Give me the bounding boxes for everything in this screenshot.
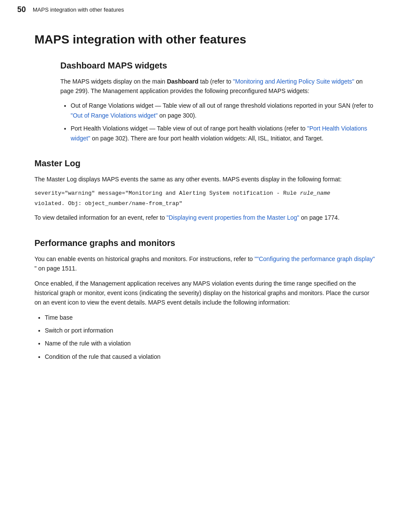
code-italic-rulename: rule_name bbox=[300, 190, 330, 196]
dashboard-bullets: Out of Range Violations widget — Table v… bbox=[71, 101, 377, 143]
performance-para-2: Once enabled, if the Management applicat… bbox=[34, 279, 377, 308]
dashboard-p1-text1: The MAPS widgets display on the main bbox=[60, 78, 167, 85]
chapter-title: MAPS integration with other features bbox=[34, 32, 377, 47]
bullet2-text2: on page 302). There are four port health… bbox=[92, 135, 323, 142]
master-log-para-1: The Master Log displays MAPS events the … bbox=[34, 174, 377, 184]
masterlog-p2-text2: on page 1774. bbox=[301, 214, 339, 221]
perf-bullet-3: Name of the rule with a violation bbox=[45, 339, 377, 348]
bullet1-text2: on page 300). bbox=[159, 112, 196, 119]
page-number: 50 bbox=[17, 5, 26, 14]
section-performance: Performance graphs and monitors You can … bbox=[34, 238, 377, 362]
bullet1-text1: Out of Range Violations widget — Table v… bbox=[71, 102, 373, 109]
master-log-para-2: To view detailed information for an even… bbox=[34, 213, 377, 222]
content-area: MAPS integration with other features Das… bbox=[0, 19, 411, 394]
dashboard-bold-dashboard: Dashboard bbox=[167, 78, 198, 85]
link-out-of-range[interactable]: "Out of Range Violations widget" bbox=[71, 112, 158, 119]
perf-p1-text2: " on page 1511. bbox=[34, 265, 77, 272]
code-text-before-italic: severity="warning" message="Monitoring a… bbox=[34, 190, 300, 196]
performance-para-1: You can enable events on historical grap… bbox=[34, 254, 377, 274]
performance-bullets: Time base Switch or port information Nam… bbox=[45, 313, 377, 362]
link-configuring-perf[interactable]: ""Configuring the performance graph disp… bbox=[255, 255, 375, 262]
perf-bullet-4: Condition of the rule that caused a viol… bbox=[45, 352, 377, 361]
dashboard-bullet-2: Port Health Violations widget — Table vi… bbox=[71, 124, 377, 143]
section-master-log-title: Master Log bbox=[34, 159, 377, 168]
dashboard-para-1: The MAPS widgets display on the main Das… bbox=[60, 77, 377, 96]
master-log-code-line2: violated. Obj: object_number/name-from_t… bbox=[34, 199, 377, 208]
bullet2-text1: Port Health Violations widget — Table vi… bbox=[71, 125, 307, 132]
link-monitoring-alerting[interactable]: "Monitoring and Alerting Policy Suite wi… bbox=[233, 78, 355, 85]
perf-bullet-2: Switch or port information bbox=[45, 326, 377, 335]
perf-p1-text1: You can enable events on historical grap… bbox=[34, 255, 255, 262]
section-dashboard: Dashboard MAPS widgets The MAPS widgets … bbox=[60, 61, 377, 143]
perf-bullet-1: Time base bbox=[45, 313, 377, 322]
dashboard-p1-text2: tab (refer to bbox=[200, 78, 233, 85]
section-performance-title: Performance graphs and monitors bbox=[34, 238, 377, 248]
section-master-log: Master Log The Master Log displays MAPS … bbox=[34, 159, 377, 223]
section-dashboard-title: Dashboard MAPS widgets bbox=[60, 61, 377, 71]
master-log-code-line: severity="warning" message="Monitoring a… bbox=[34, 189, 377, 198]
page-container: 50 MAPS integration with other features … bbox=[0, 0, 411, 532]
dashboard-bullet-1: Out of Range Violations widget — Table v… bbox=[71, 101, 377, 120]
masterlog-p2-text1: To view detailed information for an even… bbox=[34, 214, 167, 221]
link-displaying-event[interactable]: "Displaying event properties from the Ma… bbox=[167, 214, 299, 221]
header-title: MAPS integration with other features bbox=[33, 6, 124, 13]
header-bar: 50 MAPS integration with other features bbox=[0, 0, 411, 19]
